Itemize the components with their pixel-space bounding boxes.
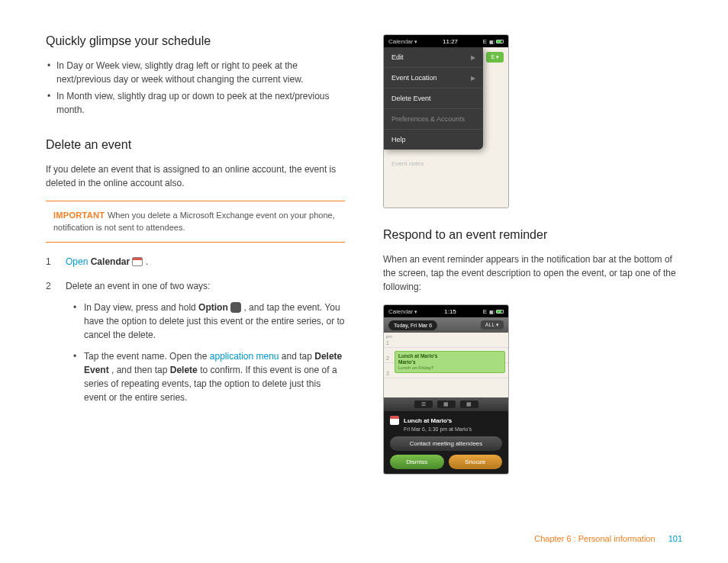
chevron-right-icon: ▶ xyxy=(471,75,475,82)
phone-screenshot-menu: Calendar 11:27 E E ▾ Edit ▶ Event Locati… xyxy=(383,34,509,208)
view-week-icon[interactable]: ▦ xyxy=(437,401,456,408)
calendar-label: Calendar xyxy=(91,256,130,267)
left-column: Quickly glimpse your schedule In Day or … xyxy=(46,34,345,494)
battery-icon xyxy=(496,40,504,43)
heading-delete: Delete an event xyxy=(46,138,345,152)
calendar-event[interactable]: Lunch at Mario's Mario's Lunch on Friday… xyxy=(395,351,505,373)
chevron-right-icon: ▶ xyxy=(471,54,475,61)
sub-bullet: In Day view, press and hold Option , and… xyxy=(73,301,345,342)
important-label: IMPORTANT xyxy=(53,211,105,220)
app-name: Calendar xyxy=(388,38,417,45)
signal-icon xyxy=(489,308,494,315)
calendar-icon xyxy=(390,416,399,425)
clock: 1:15 xyxy=(444,308,456,315)
respond-intro: When an event reminder appears in the no… xyxy=(383,253,682,294)
menu-item-help[interactable]: Help xyxy=(384,130,483,150)
heading-respond: Respond to an event reminder xyxy=(383,228,682,242)
contact-attendees-button[interactable]: Contact meeting attendees xyxy=(390,436,502,451)
phone-statusbar: Calendar 11:27 E xyxy=(384,35,508,47)
menu-item-prefs[interactable]: Preferences & Accounts xyxy=(384,109,483,130)
clock: 11:27 xyxy=(443,38,458,45)
calendar-icon xyxy=(132,257,143,266)
menu-item-location[interactable]: Event Location ▶ xyxy=(384,68,483,88)
phone-statusbar: Calendar 1:15 E xyxy=(384,305,508,317)
right-column: Calendar 11:27 E E ▾ Edit ▶ Event Locati… xyxy=(383,34,682,494)
open-link[interactable]: Open xyxy=(66,256,88,267)
app-name: Calendar xyxy=(388,308,417,315)
carrier-label: E xyxy=(483,308,487,315)
snooze-button[interactable]: Snooze xyxy=(449,455,503,469)
signal-icon xyxy=(489,38,494,45)
day-view: pm 1 2 3 Lunch at Mario's Mario's Lunch … xyxy=(384,333,508,397)
menu-item-edit[interactable]: Edit ▶ xyxy=(384,47,483,68)
glimpse-bullets: In Day or Week view, slightly drag left … xyxy=(46,59,345,117)
notification-subtitle: Fri Mar 6, 1:30 pm at Mario's xyxy=(404,426,502,432)
dismiss-button[interactable]: Dismiss xyxy=(390,455,444,469)
carrier-label: E xyxy=(483,38,487,45)
day-header: Today, Fri Mar 6 ALL ▾ xyxy=(384,317,508,333)
calendar-filter[interactable]: ALL ▾ xyxy=(481,320,504,330)
step-2: 2 Delete an event in one of two ways: In… xyxy=(46,279,345,404)
bullet-item: In Day or Week view, slightly drag left … xyxy=(46,59,345,86)
view-month-icon[interactable]: ▦ xyxy=(460,401,478,408)
bullet-item: In Month view, slightly drag up or down … xyxy=(46,89,345,117)
option-key-icon xyxy=(230,302,241,313)
today-pill[interactable]: Today, Fri Mar 6 xyxy=(388,320,437,330)
heading-glimpse: Quickly glimpse your schedule xyxy=(46,34,345,48)
view-switcher: ☰ ▦ ▦ xyxy=(384,397,508,411)
menu-item-delete-event[interactable]: Delete Event xyxy=(384,88,483,109)
phone-screenshot-reminder: Calendar 1:15 E Today, Fri Mar 6 ALL ▾ p… xyxy=(383,304,509,475)
battery-icon xyxy=(496,310,504,314)
important-note: IMPORTANT When you delete a Microsoft Ex… xyxy=(46,201,345,243)
new-event-button[interactable]: E ▾ xyxy=(486,52,504,63)
delete-intro: If you delete an event that is assigned … xyxy=(46,162,345,190)
reminder-notification: Lunch at Mario's Fri Mar 6, 1:30 pm at M… xyxy=(384,411,508,474)
step-1: 1 Open Calendar . xyxy=(46,255,345,269)
application-menu-link[interactable]: application menu xyxy=(210,351,279,362)
notification-title[interactable]: Lunch at Mario's xyxy=(404,417,452,424)
view-day-icon[interactable]: ☰ xyxy=(414,401,433,408)
page-footer: Chapter 6 : Personal information 101 xyxy=(534,534,682,543)
sub-bullet: Tap the event name. Open the application… xyxy=(73,349,345,404)
event-notes-placeholder: Event notes xyxy=(391,160,424,167)
app-menu: Edit ▶ Event Location ▶ Delete Event Pre… xyxy=(384,47,483,150)
chapter-label: Chapter 6 : Personal information xyxy=(534,534,655,543)
delete-steps: 1 Open Calendar . 2 Delete an event in o… xyxy=(46,255,345,404)
page-number: 101 xyxy=(668,534,682,543)
